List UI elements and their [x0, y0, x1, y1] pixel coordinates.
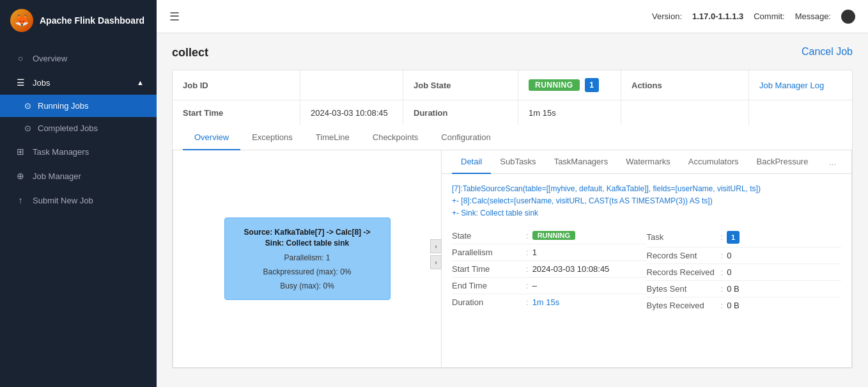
submit-job-icon: ↑ — [15, 195, 26, 205]
detail-content: [7]:TableSourceScan(table=[[myhive, defa… — [442, 174, 851, 322]
detail-query: [7]:TableSourceScan(table=[[myhive, defa… — [452, 183, 841, 220]
sidebar-item-job-manager-label: Job Manager — [33, 171, 81, 181]
duration-value-cell: 1m 15s — [518, 100, 621, 125]
page-title: collect — [172, 46, 208, 59]
detail-grid: State : RUNNING Parallelism : 1 — [452, 228, 841, 313]
detail-tab-backpressure[interactable]: BackPressure — [748, 150, 818, 174]
empty-cell-2 — [749, 100, 852, 125]
detail-state-running-badge: RUNNING — [532, 231, 575, 240]
task-node-backpressured: Backpressured (max): 0% — [238, 267, 377, 276]
tab-timeline[interactable]: TimeLine — [304, 125, 361, 150]
sidebar-item-jobs-label: Jobs — [33, 78, 50, 88]
detail-tab-taskmanagers[interactable]: TaskManagers — [545, 150, 617, 174]
job-state-value-cell: RUNNING 1 — [518, 70, 621, 100]
cancel-job-button[interactable]: Cancel Job — [802, 46, 853, 58]
detail-task-row: Task : 1 — [647, 228, 842, 248]
sidebar: 🦊 Apache Flink Dashboard ○ Overview ☰ Jo… — [0, 0, 157, 387]
sidebar-item-completed-jobs-label: Completed Jobs — [38, 123, 98, 133]
job-manager-log-link[interactable]: Job Manager Log — [759, 81, 824, 90]
message-label: Message: — [795, 12, 831, 21]
job-state-label-cell: Job State — [403, 70, 518, 100]
commit-label: Commit: — [754, 12, 784, 21]
job-id-value-cell — [300, 70, 403, 100]
job-meta-table: Job ID Job State RUNNING 1 Actions Job M… — [173, 70, 852, 100]
sidebar-item-job-manager[interactable]: ⊕ Job Manager — [0, 164, 157, 188]
tab-overview[interactable]: Overview — [183, 125, 240, 150]
topbar: ☰ Version: 1.17.0-1.1.1.3 Commit: Messag… — [157, 0, 868, 33]
completed-jobs-icon: ⊙ — [24, 123, 31, 133]
task-count-badge: 1 — [585, 78, 599, 92]
graph-area: Source: KafkaTable[7] -> Calc[8] -> Sink… — [173, 150, 442, 367]
main-tabs: Overview Exceptions TimeLine Checkpoints… — [173, 125, 852, 150]
detail-bytes-received-row: Bytes Received : 0 B — [647, 297, 842, 313]
detail-records-received-row: Records Received : 0 — [647, 264, 842, 281]
version-value: 1.17.0-1.1.1.3 — [692, 12, 743, 21]
detail-duration-row: Duration : 1m 15s — [452, 294, 647, 310]
job-manager-log-cell: Job Manager Log — [749, 70, 852, 100]
sidebar-nav: ○ Overview ☰ Jobs ▲ ⊙ Running Jobs ⊙ Com… — [0, 41, 157, 387]
main-content: ☰ Version: 1.17.0-1.1.1.3 Commit: Messag… — [157, 0, 868, 387]
overview-icon: ○ — [15, 53, 26, 63]
empty-cell-1 — [621, 100, 749, 125]
collapse-left-icon[interactable]: ‹ — [430, 255, 442, 269]
sidebar-item-submit-job[interactable]: ↑ Submit New Job — [0, 188, 157, 212]
task-node-busy: Busy (max): 0% — [238, 281, 377, 290]
start-time-label-cell: Start Time — [173, 100, 300, 125]
running-jobs-icon: ⊙ — [24, 101, 31, 111]
task-managers-icon: ⊞ — [15, 146, 26, 157]
detail-tabs: Detail SubTasks TaskManagers Watermarks … — [442, 150, 851, 174]
detail-tab-more[interactable]: ... — [824, 151, 841, 173]
sidebar-item-completed-jobs[interactable]: ⊙ Completed Jobs — [0, 117, 157, 139]
detail-parallelism-row: Parallelism : 1 — [452, 244, 647, 261]
sidebar-item-submit-job-label: Submit New Job — [33, 196, 93, 205]
job-meta-table-2: Start Time 2024-03-03 10:08:45 Duration … — [173, 100, 852, 125]
detail-panel: Detail SubTasks TaskManagers Watermarks … — [442, 150, 851, 367]
sidebar-item-jobs[interactable]: ☰ Jobs ▲ — [0, 70, 157, 95]
sidebar-item-task-managers-label: Task Managers — [33, 147, 89, 157]
detail-bytes-sent-row: Bytes Sent : 0 B — [647, 281, 842, 297]
jobs-icon: ☰ — [15, 77, 26, 88]
sidebar-item-overview[interactable]: ○ Overview — [0, 46, 157, 70]
query-line-2: +- [8]:Calc(select=[userName, visitURL, … — [452, 195, 841, 207]
content-area: collect Cancel Job Job ID Job State RUNN… — [157, 33, 868, 387]
menu-icon[interactable]: ☰ — [169, 10, 180, 24]
detail-start-time-row: Start Time : 2024-03-03 10:08:45 — [452, 261, 647, 278]
query-line-3: +- Sink: Collect table sink — [452, 207, 841, 219]
task-node-parallelism: Parallelism: 1 — [238, 253, 377, 262]
job-manager-icon: ⊕ — [15, 171, 26, 181]
sidebar-item-running-jobs-label: Running Jobs — [38, 101, 89, 111]
jobs-chevron-icon: ▲ — [137, 79, 144, 86]
sidebar-title: Apache Flink Dashboard — [40, 15, 144, 26]
tab-exceptions[interactable]: Exceptions — [240, 125, 304, 150]
detail-tab-subtasks[interactable]: SubTasks — [491, 150, 545, 174]
duration-label-cell: Duration — [403, 100, 518, 125]
detail-tab-watermarks[interactable]: Watermarks — [617, 150, 679, 174]
task-node-title: Source: KafkaTable[7] -> Calc[8] -> Sink… — [238, 227, 377, 249]
topbar-info: Version: 1.17.0-1.1.1.3 Commit: Message:… — [652, 10, 855, 24]
sidebar-header: 🦊 Apache Flink Dashboard — [0, 0, 157, 41]
content-header: collect Cancel Job — [172, 46, 853, 59]
tab-checkpoints[interactable]: Checkpoints — [361, 125, 430, 150]
tab-configuration[interactable]: Configuration — [430, 125, 502, 150]
job-id-label-cell: Job ID — [173, 70, 300, 100]
query-line-1: [7]:TableSourceScan(table=[[myhive, defa… — [452, 183, 841, 195]
flink-logo: 🦊 — [10, 9, 33, 32]
sidebar-item-overview-label: Overview — [33, 54, 67, 63]
detail-tab-detail[interactable]: Detail — [452, 150, 491, 174]
sidebar-item-task-managers[interactable]: ⊞ Task Managers — [0, 139, 157, 164]
sidebar-item-running-jobs[interactable]: ⊙ Running Jobs — [0, 95, 157, 117]
running-badge: RUNNING — [529, 79, 580, 91]
detail-tab-accumulators[interactable]: Accumulators — [679, 150, 748, 174]
detail-task-badge: 1 — [727, 231, 740, 244]
detail-end-time-row: End Time : – — [452, 278, 647, 294]
version-label: Version: — [652, 12, 682, 21]
actions-label-cell: Actions — [621, 70, 749, 100]
duration-value-link[interactable]: 1m 15s — [532, 297, 560, 307]
detail-state-row: State : RUNNING — [452, 228, 647, 244]
expand-right-icon[interactable]: › — [430, 239, 442, 253]
overview-panel: Source: KafkaTable[7] -> Calc[8] -> Sink… — [173, 150, 852, 368]
job-card: Job ID Job State RUNNING 1 Actions Job M… — [172, 70, 853, 368]
task-node[interactable]: Source: KafkaTable[7] -> Calc[8] -> Sink… — [224, 217, 391, 301]
message-count-badge[interactable]: 0 — [841, 10, 855, 24]
detail-records-sent-row: Records Sent : 0 — [647, 248, 842, 264]
